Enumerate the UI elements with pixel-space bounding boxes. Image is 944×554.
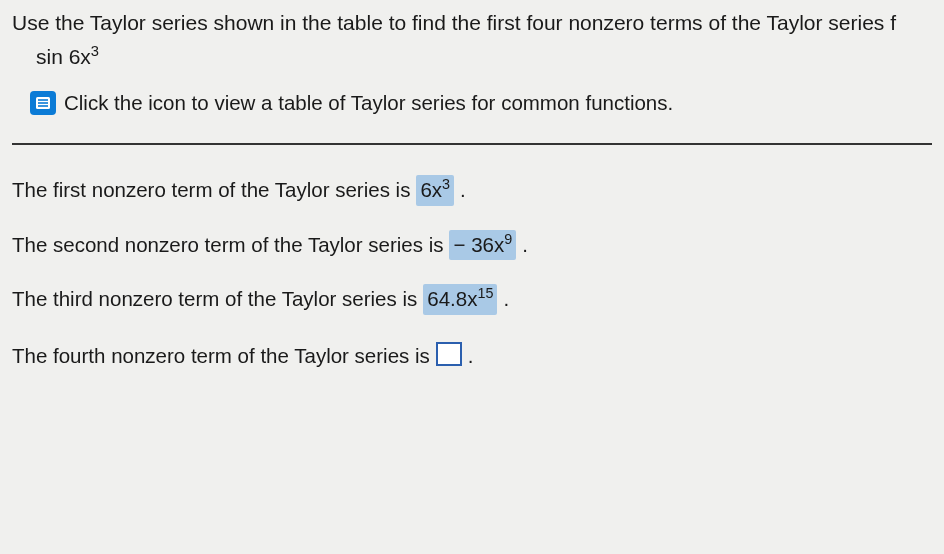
period-3: . [503,285,509,314]
expr-prefix: sin 6x [36,45,91,68]
answer-line-3: The third nonzero term of the Taylor ser… [12,284,932,315]
answer-1-exp: 3 [442,176,450,192]
answer-line-1: The first nonzero term of the Taylor ser… [12,175,932,206]
table-link-row: Click the icon to view a table of Taylor… [12,91,932,115]
answer-1-base: 6x [420,178,442,201]
period-1: . [460,176,466,205]
period-2: . [522,231,528,260]
answer-2-sign: − [453,233,471,256]
answer-line-4: The fourth nonzero term of the Taylor se… [12,339,932,371]
answer-4-prefix: The fourth nonzero term of the Taylor se… [12,342,430,371]
instruction-text: Use the Taylor series shown in the table… [12,8,932,73]
answer-2-value: − 36x9 [449,230,516,261]
instruction-line: Use the Taylor series shown in the table… [12,11,896,34]
answer-3-value: 64.8x15 [423,284,497,315]
answer-3-exp: 15 [477,285,493,301]
table-link-text[interactable]: Click the icon to view a table of Taylor… [64,91,673,115]
problem-container: Use the Taylor series shown in the table… [0,0,944,403]
answer-1-value: 6x3 [416,175,454,206]
answer-2-exp: 9 [504,231,512,247]
answer-3-prefix: The third nonzero term of the Taylor ser… [12,285,417,314]
answer-1-prefix: The first nonzero term of the Taylor ser… [12,176,410,205]
expression: sin 6x3 [12,42,932,72]
expr-exponent: 3 [91,43,99,59]
answer-3-base: 64.8x [427,287,477,310]
period-4: . [468,342,474,371]
answer-4-input[interactable] [436,342,462,366]
separator [12,143,932,145]
answer-2-prefix: The second nonzero term of the Taylor se… [12,231,443,260]
answer-line-2: The second nonzero term of the Taylor se… [12,230,932,261]
answer-2-base: 36x [471,233,504,256]
table-icon[interactable] [30,91,56,115]
